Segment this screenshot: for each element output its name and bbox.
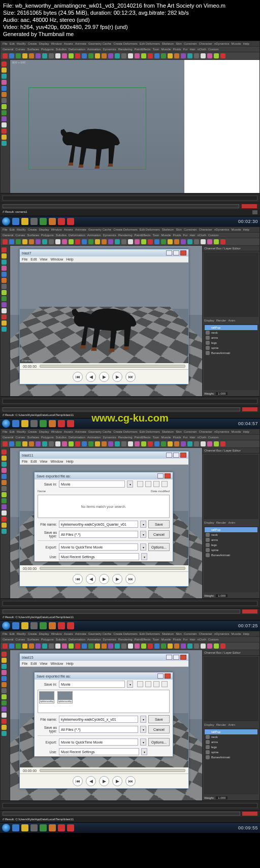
shelf-icon[interactable] bbox=[22, 239, 27, 244]
menu-item[interactable]: Curves bbox=[15, 436, 25, 439]
menu-item[interactable]: Display bbox=[39, 632, 49, 635]
menu-item[interactable]: Rendering bbox=[118, 48, 133, 51]
layer-item[interactable]: legs bbox=[205, 745, 257, 750]
saveas-field[interactable]: All Files (*.*) bbox=[59, 726, 138, 733]
menu-item[interactable]: Skin bbox=[176, 632, 182, 635]
menu-item[interactable]: PaintEffects bbox=[135, 234, 151, 237]
chevron-down-icon[interactable]: ▾ bbox=[141, 748, 147, 755]
shelf-icon[interactable] bbox=[135, 644, 140, 649]
shelf-icon[interactable] bbox=[82, 644, 87, 649]
shelf-icon[interactable] bbox=[102, 53, 107, 58]
shelf-icon[interactable] bbox=[69, 644, 74, 649]
tool-icon[interactable] bbox=[2, 74, 7, 79]
layer-item[interactable]: neck bbox=[205, 532, 257, 537]
layer-item[interactable]: BonesAnimati bbox=[205, 755, 257, 760]
menu-item[interactable]: Window bbox=[51, 430, 61, 433]
task-icon[interactable] bbox=[40, 218, 47, 225]
play-button[interactable]: ▶ bbox=[99, 776, 109, 786]
menu-item[interactable]: Surfaces bbox=[27, 638, 39, 641]
menu-item[interactable]: Fur bbox=[183, 638, 187, 641]
layer-item[interactable]: arms bbox=[205, 537, 257, 542]
playblast-scrub[interactable]: 00:00:00 bbox=[20, 767, 188, 774]
menu-item[interactable]: View bbox=[40, 258, 47, 261]
toolbox-vertical[interactable] bbox=[1, 448, 10, 598]
tool-icon[interactable] bbox=[2, 449, 7, 455]
layer-tab[interactable]: Anim bbox=[228, 521, 235, 524]
shelf-icon[interactable] bbox=[108, 239, 113, 244]
menu-item[interactable]: Toon bbox=[152, 638, 159, 641]
menu-item[interactable]: Edit Deformers bbox=[140, 430, 160, 433]
menu-item[interactable]: Modify bbox=[17, 632, 26, 635]
menu-item[interactable]: Create bbox=[28, 228, 37, 231]
shelf-icon[interactable] bbox=[3, 53, 8, 58]
menu-item[interactable]: nCloth bbox=[198, 638, 206, 641]
menu-item[interactable]: Dynamics bbox=[103, 436, 116, 439]
shelf-icon[interactable] bbox=[154, 644, 159, 649]
step-back-button[interactable]: ◀ bbox=[86, 776, 96, 786]
shelf-icon[interactable] bbox=[161, 53, 166, 58]
shelf-icon[interactable] bbox=[214, 644, 219, 649]
tool-icon[interactable] bbox=[2, 510, 7, 516]
layer-item[interactable]: neck bbox=[205, 330, 257, 335]
channel-layer-panel[interactable]: Channel Box / Layer Editor DisplayRender… bbox=[202, 448, 259, 598]
shelf-icon[interactable] bbox=[82, 53, 87, 58]
save-dialog[interactable]: Save exported file as: Save in: Movie ▾ bbox=[34, 672, 173, 757]
shelf-icon[interactable] bbox=[148, 644, 153, 649]
maya-menubar[interactable]: FileEditModifyCreateDisplayWindowAssetsA… bbox=[1, 429, 259, 435]
menu-item[interactable]: Rendering bbox=[118, 638, 133, 641]
chevron-down-icon[interactable]: ▾ bbox=[140, 726, 146, 733]
menu-item[interactable]: Character bbox=[199, 430, 212, 433]
playblast-menubar[interactable]: FileEditViewWindowHelp bbox=[20, 256, 188, 263]
shelf-icon[interactable] bbox=[69, 441, 74, 446]
menu-item[interactable]: Display bbox=[39, 430, 49, 433]
maya-menubar[interactable]: FileEditModifyCreateDisplayWindowAssetsA… bbox=[1, 41, 259, 47]
shelf-icon[interactable] bbox=[174, 239, 179, 244]
autokey-toggle[interactable] bbox=[242, 812, 257, 816]
menu-item[interactable]: Edit Deformers bbox=[140, 632, 160, 635]
tool-icon[interactable] bbox=[2, 658, 7, 663]
menu-item[interactable]: Create bbox=[28, 430, 37, 433]
step-fwd-button[interactable]: ▶ bbox=[112, 574, 122, 584]
toolbox-vertical[interactable] bbox=[1, 650, 10, 800]
channel-box[interactable] bbox=[204, 657, 258, 721]
menu-item[interactable]: Geometry Cache bbox=[88, 632, 111, 635]
menu-item[interactable]: Curves bbox=[15, 48, 25, 51]
shelf-icon[interactable] bbox=[9, 239, 14, 244]
shelf-icon[interactable] bbox=[168, 239, 173, 244]
shelf-icon[interactable] bbox=[55, 53, 60, 58]
menu-item[interactable]: Muscle bbox=[161, 638, 171, 641]
shelf-icon[interactable] bbox=[3, 644, 8, 649]
shelf-icon[interactable] bbox=[29, 239, 34, 244]
max-icon[interactable] bbox=[173, 453, 179, 458]
shelf-icon[interactable] bbox=[69, 53, 74, 58]
min-icon[interactable] bbox=[166, 655, 172, 660]
playblast-view[interactable]: Save exported file as: Save in: Movie ▾ bbox=[20, 667, 188, 767]
play-button[interactable]: ▶ bbox=[99, 574, 109, 584]
shelf-icon[interactable] bbox=[29, 441, 34, 446]
close-icon[interactable] bbox=[180, 250, 186, 255]
menu-item[interactable]: Help bbox=[243, 430, 249, 433]
tool-icon[interactable] bbox=[2, 652, 7, 657]
filename-field[interactable]: kylekenworthy-walkCycle01_Quarter_v01 bbox=[59, 521, 138, 528]
menu-item[interactable]: Animation bbox=[87, 234, 101, 237]
shelf-icon[interactable] bbox=[207, 53, 212, 58]
chevron-down-icon[interactable]: ▾ bbox=[127, 681, 133, 688]
layer-tabs[interactable]: DisplayRenderAnim bbox=[203, 520, 259, 525]
start-button[interactable] bbox=[2, 622, 10, 630]
shelf-icon[interactable] bbox=[95, 441, 100, 446]
menu-item[interactable]: Edit Deformers bbox=[140, 228, 160, 231]
chevron-down-icon[interactable]: ▾ bbox=[141, 553, 147, 560]
menu-item[interactable]: Custom bbox=[208, 638, 219, 641]
menu-item[interactable]: Fluids bbox=[173, 48, 181, 51]
shelf-icon[interactable] bbox=[194, 441, 199, 446]
tool-icon[interactable] bbox=[2, 474, 7, 479]
menu-item[interactable]: Skeleton bbox=[162, 632, 174, 635]
shelf-icon[interactable] bbox=[181, 644, 186, 649]
menu-item[interactable]: Deformation bbox=[69, 48, 85, 51]
menu-item[interactable]: File bbox=[3, 632, 8, 635]
menu-item[interactable]: General bbox=[3, 638, 13, 641]
shelf-row[interactable] bbox=[1, 642, 259, 650]
newfolder-icon[interactable] bbox=[153, 481, 159, 487]
shelf-icon[interactable] bbox=[148, 441, 153, 446]
viewport-area[interactable]: blast15 FileEditViewWindowHelp Save expo… bbox=[10, 650, 202, 800]
